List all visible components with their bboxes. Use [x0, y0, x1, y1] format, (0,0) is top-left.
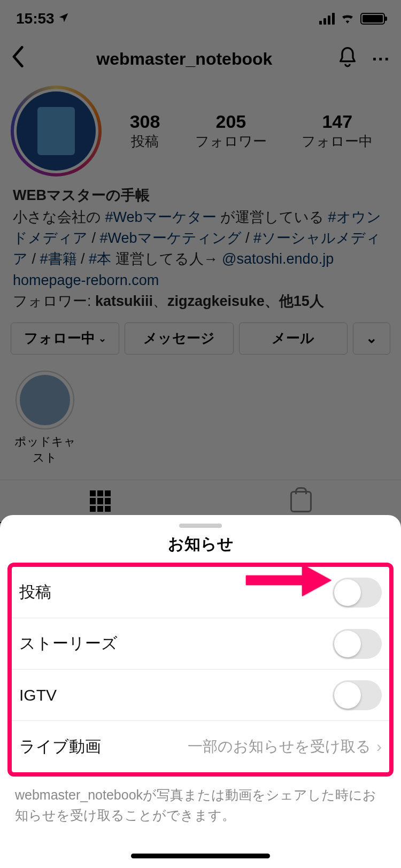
- toggle-igtv[interactable]: [333, 680, 382, 710]
- header-username: webmaster_notebook: [32, 49, 337, 69]
- back-button[interactable]: [11, 46, 32, 72]
- setting-label-stories: ストーリーズ: [19, 633, 118, 655]
- following-button[interactable]: フォロー中⌄: [11, 322, 119, 355]
- setting-label-posts: 投稿: [19, 581, 51, 603]
- website-link[interactable]: homepage-reborn.com: [13, 270, 388, 291]
- hashtag[interactable]: #Webマーケティング: [100, 230, 242, 246]
- svg-marker-1: [302, 564, 331, 596]
- mail-button[interactable]: メール: [239, 322, 348, 355]
- chevron-down-icon: ⌄: [366, 330, 377, 347]
- battery-icon: [360, 13, 385, 25]
- status-bar: 15:53: [0, 0, 401, 37]
- tagged-icon: [290, 491, 312, 512]
- sheet-handle[interactable]: [179, 524, 222, 528]
- hashtag[interactable]: #Webマーケター: [105, 209, 217, 225]
- stat-following-count: 147: [302, 111, 373, 132]
- profile-header: webmaster_notebook ···: [0, 37, 401, 80]
- stat-following[interactable]: 147 フォロー中: [302, 111, 373, 151]
- annotation-highlight-box: 投稿 ストーリーズ IGTV ライブ動画 一部のお知らせを受け取る ›: [7, 563, 394, 777]
- stat-followers-label: フォロワー: [195, 132, 267, 151]
- highlight-label: ポッドキャスト: [13, 434, 77, 466]
- story-highlight[interactable]: ポッドキャスト: [13, 371, 77, 466]
- status-time: 15:53: [16, 10, 55, 27]
- stat-following-label: フォロー中: [302, 132, 373, 151]
- chevron-down-icon: ⌄: [98, 333, 106, 344]
- notifications-sheet: お知らせ 投稿 ストーリーズ IGTV ライブ動画 一部のお知らせを受け取る ›…: [0, 515, 401, 868]
- suggested-users-button[interactable]: ⌄: [353, 322, 390, 355]
- annotation-arrow: [243, 562, 334, 601]
- hashtag[interactable]: #書籍: [40, 251, 77, 267]
- cellular-icon: [319, 13, 335, 25]
- setting-sub-live: 一部のお知らせを受け取る: [188, 736, 371, 757]
- stat-posts[interactable]: 308 投稿: [130, 111, 160, 151]
- toggle-posts[interactable]: [333, 578, 382, 608]
- setting-row-igtv: IGTV: [12, 670, 389, 721]
- followed-by[interactable]: フォロワー: katsukiii、zigzagkeisuke、他15人: [13, 291, 388, 312]
- stat-posts-label: 投稿: [130, 132, 160, 151]
- setting-label-igtv: IGTV: [19, 686, 57, 704]
- chevron-right-icon: ›: [376, 738, 382, 756]
- bell-icon[interactable]: [337, 46, 358, 72]
- avatar[interactable]: [11, 86, 102, 176]
- grid-icon: [90, 490, 111, 512]
- display-name: WEBマスターの手帳: [13, 185, 388, 206]
- setting-row-live[interactable]: ライブ動画 一部のお知らせを受け取る ›: [12, 721, 389, 772]
- hashtag[interactable]: #本: [89, 251, 111, 267]
- sheet-title: お知らせ: [0, 533, 401, 555]
- toggle-stories[interactable]: [333, 629, 382, 659]
- stat-followers[interactable]: 205 フォロワー: [195, 111, 267, 151]
- stat-posts-count: 308: [130, 111, 160, 132]
- sheet-footer-text: webmaster_notebookが写真または動画をシェアした時にお知らせを受…: [0, 777, 401, 825]
- wifi-icon: [340, 10, 355, 27]
- home-indicator[interactable]: [131, 854, 270, 858]
- bio-text: 小さな会社の #Webマーケター が運営している #オウンドメディア / #We…: [13, 207, 388, 270]
- mention[interactable]: @satoshi.endo.jp: [222, 251, 334, 267]
- more-icon[interactable]: ···: [372, 49, 390, 70]
- setting-label-live: ライブ動画: [19, 736, 101, 758]
- stat-followers-count: 205: [195, 111, 267, 132]
- setting-row-stories: ストーリーズ: [12, 618, 389, 670]
- message-button[interactable]: メッセージ: [125, 322, 233, 355]
- location-icon: [58, 10, 70, 27]
